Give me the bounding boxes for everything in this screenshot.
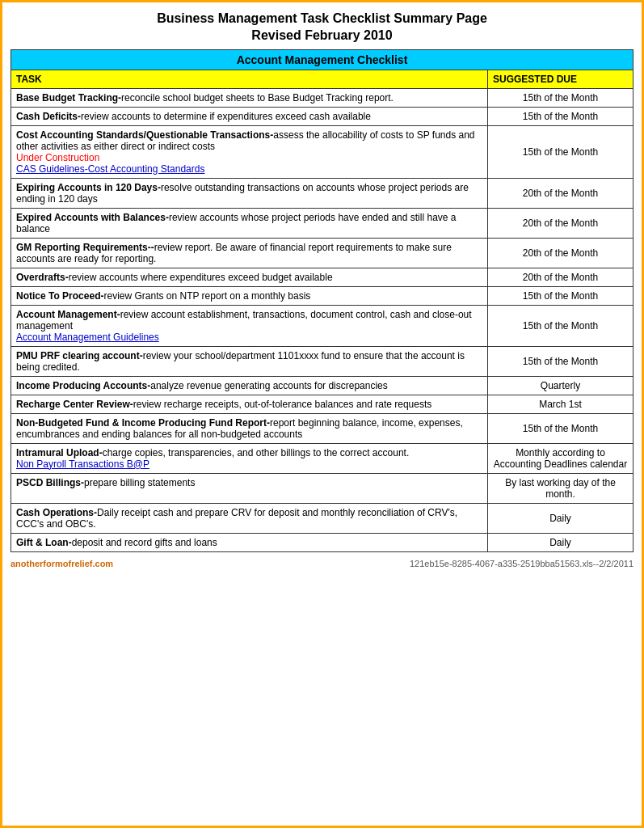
table-row: Non-Budgeted Fund & Income Producing Fun… — [11, 413, 633, 443]
task-cell: Expiring Accounts in 120 Days-resolve ou… — [11, 178, 488, 208]
main-table: Account Management Checklist TASK SUGGES… — [11, 49, 633, 552]
task-cell: Recharge Center Review-review recharge r… — [11, 395, 488, 413]
account-mgmt-link[interactable]: Account Management Guidelines — [16, 332, 159, 343]
page-title: Business Management Task Checklist Summa… — [11, 11, 633, 44]
table-row: PSCD Billings-prepare billing statements… — [11, 473, 633, 503]
task-cell: Cash Deficits-review accounts to determi… — [11, 107, 488, 125]
table-row: Base Budget Tracking-reconcile school bu… — [11, 88, 633, 107]
task-cell: Account Management-review account establ… — [11, 305, 488, 346]
table-row: Expiring Accounts in 120 Days-resolve ou… — [11, 178, 633, 208]
due-cell: 20th of the Month — [488, 268, 633, 286]
table-row: Notice To Proceed-review Grants on NTP r… — [11, 286, 633, 305]
footer: anotherformofrelief.com 121eb15e-8285-40… — [11, 559, 633, 568]
table-row: Intramural Upload-charge copies, transpa… — [11, 443, 633, 473]
task-cell: Base Budget Tracking-reconcile school bu… — [11, 88, 488, 107]
table-row: Cost Accounting Standards/Questionable T… — [11, 125, 633, 178]
task-cell: Non-Budgeted Fund & Income Producing Fun… — [11, 413, 488, 443]
due-cell: 20th of the Month — [488, 178, 633, 208]
table-row: Expired Accounts with Balances-review ac… — [11, 208, 633, 238]
due-cell: Daily — [488, 503, 633, 533]
due-cell: 15th of the Month — [488, 346, 633, 376]
task-cell: Notice To Proceed-review Grants on NTP r… — [11, 286, 488, 305]
non-payroll-link[interactable]: Non Payroll Transactions B@P — [16, 458, 149, 470]
task-cell: Cash Operations-Daily receipt cash and p… — [11, 503, 488, 533]
col-due-header: SUGGESTED DUE — [488, 70, 633, 88]
table-row: Gift & Loan-deposit and record gifts and… — [11, 533, 633, 551]
due-cell: March 1st — [488, 395, 633, 413]
task-cell: Gift & Loan-deposit and record gifts and… — [11, 533, 488, 551]
due-cell: Monthly according to Accounting Deadline… — [488, 443, 633, 473]
due-cell: Quarterly — [488, 376, 633, 395]
table-header-cell: Account Management Checklist — [11, 49, 633, 70]
due-cell: Daily — [488, 533, 633, 551]
under-construction-link[interactable]: Under Construction — [16, 152, 99, 163]
task-cell: PMU PRF clearing account-review your sch… — [11, 346, 488, 376]
col-header-row: TASK SUGGESTED DUE — [11, 70, 633, 88]
due-cell: 20th of the Month — [488, 208, 633, 238]
col-task-header: TASK — [11, 70, 488, 88]
task-cell: Overdrafts-review accounts where expendi… — [11, 268, 488, 286]
task-cell: Intramural Upload-charge copies, transpa… — [11, 443, 488, 473]
due-cell: 15th of the Month — [488, 88, 633, 107]
due-cell: 15th of the Month — [488, 305, 633, 346]
table-row: PMU PRF clearing account-review your sch… — [11, 346, 633, 376]
cas-guidelines-link[interactable]: CAS Guidelines-Cost Accounting Standards — [16, 163, 204, 175]
table-row: Cash Deficits-review accounts to determi… — [11, 107, 633, 125]
task-cell: GM Reporting Requirements--review report… — [11, 238, 488, 268]
due-cell: 15th of the Month — [488, 413, 633, 443]
due-cell: By last working day of the month. — [488, 473, 633, 503]
table-header-row: Account Management Checklist — [11, 49, 633, 70]
table-row: Overdrafts-review accounts where expendi… — [11, 268, 633, 286]
task-cell: Expired Accounts with Balances-review ac… — [11, 208, 488, 238]
due-cell: 15th of the Month — [488, 125, 633, 178]
task-cell: Income Producing Accounts-analyze revenu… — [11, 376, 488, 395]
table-row: Account Management-review account establ… — [11, 305, 633, 346]
footer-right: 121eb15e-8285-4067-a335-2519bba51563.xls… — [410, 559, 633, 568]
task-cell: Cost Accounting Standards/Questionable T… — [11, 125, 488, 178]
due-cell: 20th of the Month — [488, 238, 633, 268]
due-cell: 15th of the Month — [488, 286, 633, 305]
task-cell: PSCD Billings-prepare billing statements — [11, 473, 488, 503]
table-row: Income Producing Accounts-analyze revenu… — [11, 376, 633, 395]
footer-left: anotherformofrelief.com — [11, 559, 113, 568]
table-row: Recharge Center Review-review recharge r… — [11, 395, 633, 413]
table-row: Cash Operations-Daily receipt cash and p… — [11, 503, 633, 533]
due-cell: 15th of the Month — [488, 107, 633, 125]
table-row: GM Reporting Requirements--review report… — [11, 238, 633, 268]
